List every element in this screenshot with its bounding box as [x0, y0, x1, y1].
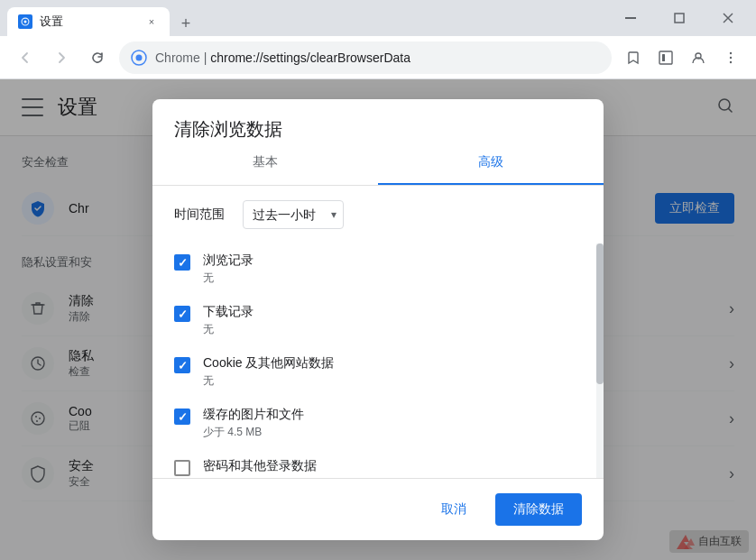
modal-overlay: 清除浏览数据 基本 高级 时间范围 过去一小时过去24小时过去7天过去4周全部时… [0, 79, 756, 560]
dialog-footer: 取消 清除数据 [152, 478, 604, 540]
clear-data-button[interactable]: 清除数据 [495, 493, 582, 526]
new-tab-button[interactable]: + [173, 11, 198, 36]
checkbox-list-container: ✓浏览记录无✓下载记录无✓Cookie 及其他网站数据无✓缓存的图片和文件少于 … [152, 243, 604, 478]
time-range-select[interactable]: 过去一小时过去24小时过去7天过去4周全部时间 [243, 200, 344, 229]
checkbox-label-cache: 缓存的图片和文件 [203, 407, 304, 423]
checkbox-sub-cache: 少于 4.5 MB [203, 425, 304, 440]
browser-frame: 设置 × + [0, 0, 756, 560]
tab-favicon [18, 14, 32, 29]
checkbox-sub-downloads: 无 [203, 322, 254, 337]
bookmark-button[interactable] [619, 43, 648, 72]
nav-actions [619, 43, 745, 72]
profile-button[interactable] [684, 43, 713, 72]
time-range-label: 时间范围 [174, 207, 228, 223]
address-url: chrome://settings/clearBrowserData [210, 50, 410, 65]
checkbox-label-downloads: 下载记录 [203, 304, 254, 320]
time-range-row: 时间范围 过去一小时过去24小时过去7天过去4周全部时间 [152, 186, 604, 243]
checkbox-sub-passwords: 无 [203, 476, 317, 478]
clear-browser-data-dialog: 清除浏览数据 基本 高级 时间范围 过去一小时过去24小时过去7天过去4周全部时… [152, 99, 604, 540]
checkbox-item-browsing[interactable]: ✓浏览记录无 [174, 243, 582, 295]
checkbox-cache[interactable]: ✓ [174, 409, 190, 425]
checkbox-item-cache[interactable]: ✓缓存的图片和文件少于 4.5 MB [174, 398, 582, 449]
svg-point-0 [24, 21, 27, 23]
checkbox-label-cookies: Cookie 及其他网站数据 [203, 355, 334, 372]
forward-button[interactable] [47, 43, 76, 72]
time-range-select-wrapper[interactable]: 过去一小时过去24小时过去7天过去4周全部时间 [243, 200, 344, 229]
back-button[interactable] [11, 43, 40, 72]
page-content: 设置 安全检查 Chr 立即检查 隐私设置和安 [0, 79, 756, 560]
checkbox-cookies[interactable]: ✓ [174, 357, 190, 373]
svg-point-12 [730, 60, 732, 62]
checkbox-label-passwords: 密码和其他登录数据 [203, 458, 317, 474]
chrome-icon [130, 49, 148, 67]
scrollbar-thumb[interactable] [596, 243, 604, 384]
title-bar: 设置 × + [0, 0, 756, 36]
checkbox-passwords[interactable] [174, 460, 190, 476]
tab-strip: 设置 × + [7, 0, 610, 36]
svg-rect-7 [659, 51, 672, 64]
checkbox-item-downloads[interactable]: ✓下载记录无 [174, 295, 582, 346]
checkbox-list: ✓浏览记录无✓下载记录无✓Cookie 及其他网站数据无✓缓存的图片和文件少于 … [152, 243, 604, 478]
window-controls [610, 4, 749, 32]
address-prefix: Chrome | [155, 50, 210, 65]
active-tab[interactable]: 设置 × [7, 7, 170, 36]
close-button[interactable] [707, 4, 749, 32]
checkbox-label-browsing: 浏览记录 [203, 252, 254, 269]
restore-button[interactable] [659, 4, 700, 32]
cancel-button[interactable]: 取消 [423, 493, 484, 526]
checkbox-sub-browsing: 无 [203, 271, 254, 286]
nav-bar: Chrome | chrome://settings/clearBrowserD… [0, 36, 756, 79]
tab-basic[interactable]: 基本 [152, 142, 378, 185]
svg-rect-8 [662, 54, 665, 61]
menu-button[interactable] [716, 43, 745, 72]
svg-rect-2 [675, 14, 684, 23]
tab-close-button[interactable]: × [144, 14, 159, 29]
svg-rect-1 [625, 17, 636, 19]
checkbox-item-cookies[interactable]: ✓Cookie 及其他网站数据无 [174, 346, 582, 398]
scrollbar-track[interactable] [596, 243, 604, 478]
checkbox-sub-cookies: 无 [203, 373, 334, 389]
checkbox-item-passwords[interactable]: 密码和其他登录数据无 [174, 449, 582, 478]
checkbox-browsing[interactable]: ✓ [174, 254, 190, 271]
svg-point-6 [136, 54, 143, 60]
svg-point-11 [730, 56, 732, 58]
dialog-tabs: 基本 高级 [152, 142, 604, 186]
refresh-button[interactable] [83, 43, 112, 72]
reader-mode-button[interactable] [651, 43, 680, 72]
minimize-button[interactable] [610, 4, 651, 32]
address-text: Chrome | chrome://settings/clearBrowserD… [155, 50, 601, 65]
checkbox-downloads[interactable]: ✓ [174, 306, 190, 322]
svg-point-10 [730, 51, 732, 53]
address-bar[interactable]: Chrome | chrome://settings/clearBrowserD… [119, 41, 612, 74]
tab-advanced[interactable]: 高级 [378, 142, 604, 185]
dialog-title: 清除浏览数据 [152, 99, 604, 142]
tab-title: 设置 [40, 14, 63, 30]
